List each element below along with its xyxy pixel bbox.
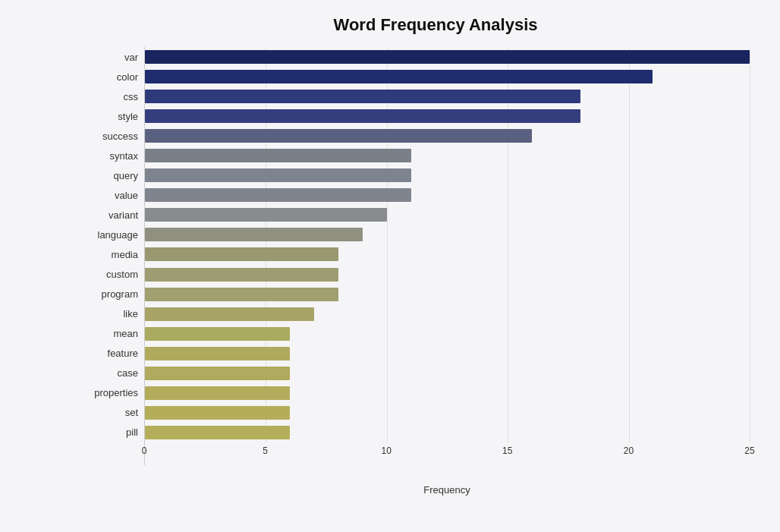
bar — [145, 109, 580, 123]
bar-row — [145, 127, 750, 145]
plot-area: Frequency 0510152025 — [144, 47, 750, 465]
bar-row — [145, 325, 750, 343]
y-label: feature — [76, 345, 144, 363]
bar-row — [145, 186, 750, 204]
bar-row — [145, 166, 750, 184]
y-label: variant — [76, 206, 144, 224]
bar — [145, 288, 338, 301]
y-label: language — [76, 225, 144, 244]
y-label: style — [76, 107, 144, 125]
bar-row — [145, 384, 750, 402]
grid-line — [750, 47, 750, 442]
y-label: css — [76, 87, 144, 105]
y-label: like — [76, 305, 144, 323]
bar — [145, 347, 290, 360]
bar — [145, 228, 363, 241]
x-tick: 15 — [502, 445, 512, 456]
bar — [145, 90, 580, 103]
bar — [145, 386, 290, 400]
y-label: media — [76, 245, 144, 263]
x-tick: 20 — [624, 445, 634, 456]
bar — [145, 406, 290, 420]
bar — [145, 70, 653, 83]
y-label: success — [76, 127, 144, 145]
chart-area: varcolorcssstylesuccesssyntaxqueryvaluev… — [76, 47, 750, 465]
y-label: mean — [76, 325, 144, 343]
y-label: var — [76, 48, 144, 66]
bar-row — [145, 245, 750, 263]
x-tick: 0 — [142, 445, 147, 456]
bar — [145, 129, 532, 143]
bar-row — [145, 305, 750, 323]
bar — [145, 149, 411, 162]
bar — [145, 367, 290, 380]
bar-row — [145, 107, 750, 125]
x-tick: 25 — [744, 445, 754, 456]
y-label: properties — [76, 384, 144, 402]
x-tick: 5 — [263, 445, 268, 456]
bar-row — [145, 48, 750, 66]
bar-row — [145, 285, 750, 304]
bar-row — [145, 423, 750, 442]
bar-row — [145, 364, 750, 382]
y-label: program — [76, 285, 144, 304]
x-axis-label: Frequency — [423, 484, 470, 496]
bar-row — [145, 266, 750, 284]
bar — [145, 50, 750, 64]
chart-title: Word Frequency Analysis — [76, 15, 750, 35]
y-label: color — [76, 68, 144, 86]
bar — [145, 208, 387, 222]
y-axis: varcolorcssstylesuccesssyntaxqueryvaluev… — [76, 47, 144, 465]
bar — [145, 327, 290, 341]
chart-container: Word Frequency Analysis varcolorcssstyle… — [0, 0, 780, 532]
bar-row — [145, 404, 750, 422]
x-axis: Frequency 0510152025 — [144, 442, 750, 465]
bars-container — [144, 47, 750, 465]
bar — [145, 247, 338, 261]
y-label: set — [76, 404, 144, 422]
bar-row — [145, 146, 750, 165]
y-label: value — [76, 186, 144, 204]
bar — [145, 307, 314, 321]
y-label: pill — [76, 423, 144, 442]
bar — [145, 426, 290, 439]
bar-row — [145, 87, 750, 105]
y-label: custom — [76, 266, 144, 284]
y-label: syntax — [76, 146, 144, 165]
bar-row — [145, 68, 750, 86]
bar-row — [145, 225, 750, 244]
y-label: query — [76, 166, 144, 184]
bar-row — [145, 345, 750, 363]
y-label: case — [76, 364, 144, 382]
bar — [145, 168, 411, 182]
x-tick: 10 — [382, 445, 392, 456]
bar — [145, 268, 338, 282]
bar-row — [145, 206, 750, 224]
bar — [145, 188, 411, 202]
